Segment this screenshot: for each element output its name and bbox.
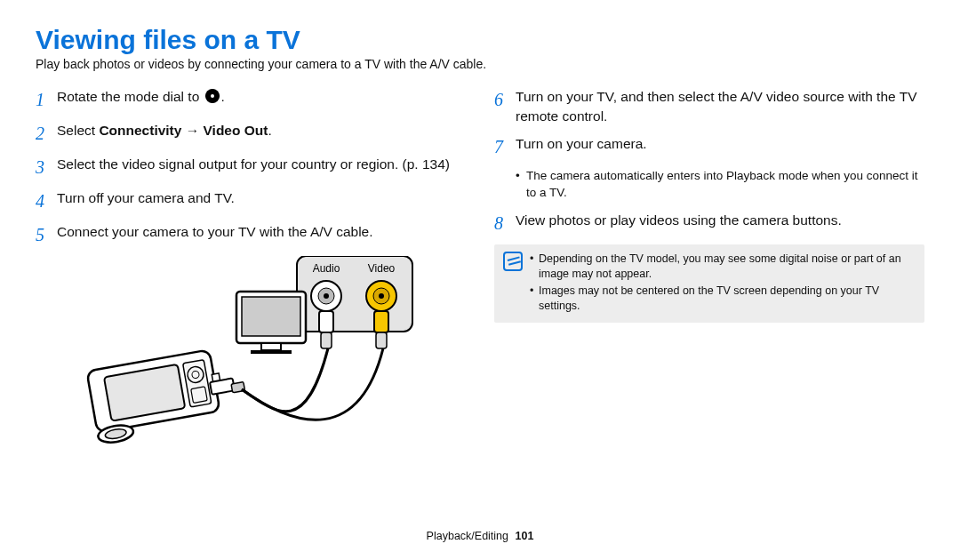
note-icon (503, 252, 523, 271)
step-7: 7 Turn on your camera. (494, 134, 924, 159)
svg-rect-7 (319, 311, 333, 332)
manual-page: Viewing files on a TV Play back photos o… (0, 0, 960, 560)
svg-point-3 (324, 293, 329, 299)
left-column: 1 Rotate the mode dial to . 2 Select Con… (36, 87, 466, 460)
right-column: 6 Turn on your TV, and then select the A… (494, 87, 924, 460)
page-footer: Playback/Editing 101 (0, 530, 960, 542)
step-8: 8 View photos or play videos using the c… (494, 211, 924, 236)
step-text: Turn off your camera and TV. (57, 188, 466, 208)
svg-rect-9 (374, 311, 388, 332)
step-text: Connect your camera to your TV with the … (57, 222, 466, 242)
step-6: 6 Turn on your TV, and then select the A… (494, 87, 924, 125)
svg-rect-12 (242, 297, 300, 336)
note-item: Images may not be centered on the TV scr… (530, 284, 916, 314)
svg-rect-10 (376, 332, 387, 348)
step-2: 2 Select Connectivity → Video Out. (36, 121, 466, 146)
step-number: 2 (36, 121, 57, 146)
note-item: Depending on the TV model, you may see s… (530, 252, 916, 282)
mode-dial-icon (205, 89, 220, 103)
step-4: 4 Turn off your camera and TV. (36, 188, 466, 213)
step-text: View photos or play videos using the cam… (516, 211, 924, 230)
note-list: Depending on the TV model, you may see s… (530, 252, 916, 316)
page-subtitle: Play back photos or videos by connecting… (36, 57, 924, 71)
step-text: Select Connectivity → Video Out. (57, 121, 466, 140)
step-text: Turn on your camera. (516, 134, 924, 154)
step-number: 5 (36, 222, 57, 247)
step-text: Turn on your TV, and then select the A/V… (516, 87, 924, 125)
video-label: Video (368, 262, 396, 275)
sub-bullet: The camera automatically enters into Pla… (516, 168, 924, 202)
step-number: 3 (36, 155, 57, 180)
connection-illustration: Audio Video (75, 256, 430, 460)
step-5: 5 Connect your camera to your TV with th… (36, 222, 466, 247)
content-columns: 1 Rotate the mode dial to . 2 Select Con… (36, 87, 924, 460)
svg-rect-13 (261, 343, 281, 350)
footer-section: Playback/Editing (427, 530, 508, 542)
audio-label: Audio (313, 262, 340, 275)
svg-point-6 (379, 293, 384, 299)
svg-rect-14 (251, 350, 292, 354)
footer-page: 101 (516, 530, 534, 542)
step-7-sub: The camera automatically enters into Pla… (516, 168, 924, 202)
step-3: 3 Select the video signal output for you… (36, 155, 466, 180)
step-number: 7 (494, 134, 516, 159)
step-1: 1 Rotate the mode dial to . (36, 87, 466, 112)
step-text: Rotate the mode dial to . (57, 87, 466, 107)
step-number: 1 (36, 87, 57, 112)
step-number: 8 (494, 211, 516, 236)
note-box: Depending on the TV model, you may see s… (494, 244, 924, 323)
step-number: 4 (36, 188, 57, 213)
svg-rect-8 (321, 332, 332, 348)
step-number: 6 (494, 87, 516, 112)
page-title: Viewing files on a TV (36, 25, 924, 55)
step-text: Select the video signal output for your … (57, 155, 466, 174)
